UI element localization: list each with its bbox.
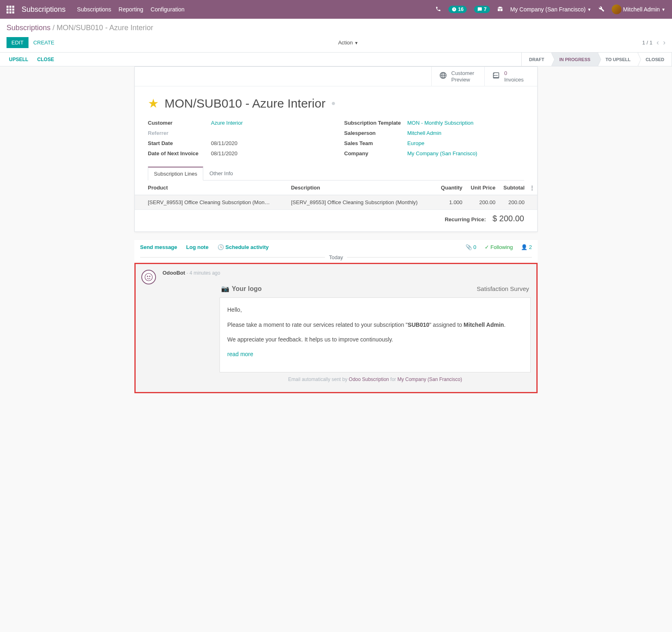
company-selector[interactable]: My Company (San Francisco) ▼ [510,6,591,13]
stage-draft[interactable]: DRAFT [522,53,552,66]
customer-label: Customer [148,120,211,126]
table-row[interactable]: [SERV_89553] Office Cleaning Subscriptio… [135,195,537,210]
cell-product: [SERV_89553] Office Cleaning Subscriptio… [148,199,270,205]
breadcrumb-root[interactable]: Subscriptions [7,24,51,32]
next-invoice-value: 08/11/2020 [211,150,328,156]
team-value[interactable]: Europe [407,140,524,146]
company-link[interactable]: My Company (San Francisco) [397,377,462,382]
svg-point-2 [149,276,150,277]
pager: 1 / 1 ‹ › [642,38,665,47]
star-icon[interactable]: ★ [148,96,159,110]
user-icon: 👤 [521,244,527,250]
check-icon: ✓ [485,244,489,250]
start-date-value: 08/11/2020 [211,140,328,146]
preview-line2: Preview [451,77,474,83]
upsell-button[interactable]: UPSELL [9,57,28,62]
recurring-price-label: Recurring Price: [445,216,486,222]
pager-next-icon[interactable]: › [663,38,665,47]
col-subtotal: Subtotal [498,181,527,195]
referrer-value [211,130,328,136]
top-nav: Subscriptions Subscriptions Reporting Co… [0,0,672,19]
salesperson-value[interactable]: Mitchell Admin [407,130,524,136]
nav-reporting[interactable]: Reporting [119,6,143,13]
email-p2: We appreciate your feedback. It helps us… [227,335,523,344]
logo-placeholder: 📷 Your logo [221,285,261,293]
control-bar: Subscriptions / MON/SUB010 - Azure Inter… [0,19,672,53]
log-note-button[interactable]: Log note [186,244,209,250]
stage-in-progress[interactable]: IN PROGRESS [552,53,598,66]
activities-count: 16 [458,7,463,12]
message-author: OdooBot [163,270,185,276]
pager-position: 1 / 1 [642,40,652,46]
attachments-button[interactable]: 📎 0 [466,244,477,250]
odoo-subscription-link[interactable]: Odoo Subscription [349,377,389,382]
nav-links: Subscriptions Reporting Configuration [77,6,184,13]
customer-value[interactable]: Azure Interior [211,120,328,126]
lines-table: Product Description Quantity Unit Price … [135,181,537,210]
apps-icon[interactable] [7,6,14,13]
survey-title: Satisfaction Survey [477,285,529,292]
status-bar: UPSELL CLOSE DRAFT IN PROGRESS TO UPSELL… [0,53,672,66]
message-time: - 4 minutes ago [187,270,220,276]
gift-icon[interactable] [497,6,503,13]
cell-subtotal: 200.00 [498,195,527,210]
customer-preview-button[interactable]: Customer Preview [431,67,484,86]
pager-prev-icon[interactable]: ‹ [657,38,659,47]
template-value[interactable]: MON - Monthly Subscription [407,120,524,126]
record-title: MON/SUB010 - Azure Interior [165,97,325,110]
messages-count: 7 [484,7,487,12]
followers-button[interactable]: 👤 2 [521,244,532,250]
paperclip-icon: 📎 [466,244,472,250]
messages-badge[interactable]: 7 [474,6,490,13]
close-button[interactable]: CLOSE [37,57,54,62]
stage-to-upsell[interactable]: TO UPSELL [598,53,639,66]
phone-icon[interactable] [435,6,441,13]
referrer-label: Referrer [148,130,211,136]
create-button[interactable]: CREATE [33,40,55,46]
book-icon [492,71,500,81]
preview-line1: Customer [451,70,474,77]
col-description: Description [288,181,435,195]
send-message-button[interactable]: Send message [140,244,177,250]
tab-subscription-lines[interactable]: Subscription Lines [148,167,203,181]
user-menu[interactable]: Mitchell Admin ▼ [612,4,665,14]
activities-badge[interactable]: 16 [448,6,467,13]
form-sheet: Customer Preview 0 Invoices ★ MON/SUB010… [134,66,538,232]
nav-subscriptions[interactable]: Subscriptions [77,6,111,13]
schedule-activity-button[interactable]: 🕓 Schedule activity [217,244,269,250]
breadcrumb: Subscriptions / MON/SUB010 - Azure Inter… [7,24,665,32]
kebab-icon[interactable]: ⋮ [527,181,537,195]
date-separator: Today [134,254,538,263]
company-label: Company [344,150,407,156]
stat-button-box: Customer Preview 0 Invoices [135,67,537,86]
chevron-down-icon: ▼ [661,7,665,12]
start-date-label: Start Date [148,140,211,146]
edit-button[interactable]: EDIT [7,37,29,48]
tab-other-info[interactable]: Other Info [203,167,239,181]
cell-quantity: 1.000 [435,195,465,210]
company-value[interactable]: My Company (San Francisco) [407,150,524,156]
user-name: Mitchell Admin [623,6,660,13]
action-dropdown[interactable]: Action ▼ [338,40,358,46]
cell-unit-price: 200.00 [465,195,498,210]
nav-configuration[interactable]: Configuration [151,6,184,13]
status-dot-icon: ● [331,99,336,108]
email-footer: Email automatically sent by Odoo Subscri… [220,372,531,386]
breadcrumb-current: MON/SUB010 - Azure Interior [57,24,153,32]
email-body: Hello, Please take a moment to rate our … [220,297,531,372]
invoices-label: Invoices [504,77,524,83]
col-product: Product [135,181,288,195]
chatter: Send message Log note 🕓 Schedule activit… [134,240,538,393]
nav-right: 16 7 My Company (San Francisco) ▼ Mitche… [435,4,665,14]
read-more-link[interactable]: read more [227,351,253,357]
following-button[interactable]: ✓ Following [485,244,513,250]
recurring-price-value: $ 200.00 [492,214,524,223]
svg-point-0 [145,273,152,281]
company-name: My Company (San Francisco) [510,6,586,13]
col-quantity: Quantity [435,181,465,195]
salesperson-label: Salesperson [344,130,407,136]
debug-icon[interactable] [599,6,604,13]
col-unit-price: Unit Price [465,181,498,195]
invoices-button[interactable]: 0 Invoices [484,67,537,86]
stage-closed[interactable]: CLOSED [638,53,672,66]
